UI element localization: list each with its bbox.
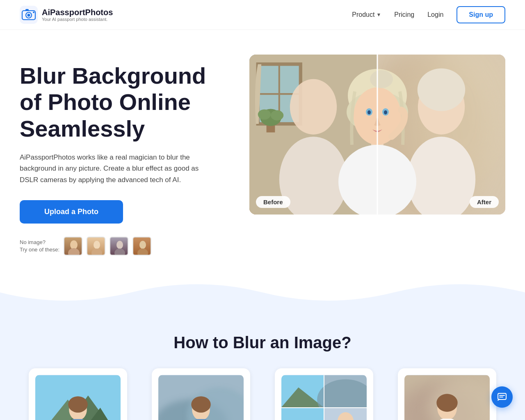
svg-point-45 — [370, 70, 393, 88]
wave-svg — [0, 276, 525, 309]
upload-button[interactable]: Upload a Photo — [20, 200, 123, 224]
chat-icon — [497, 392, 507, 402]
step-img-svg-3 — [281, 375, 367, 420]
after-label: After — [470, 196, 499, 208]
svg-point-74 — [436, 394, 458, 412]
svg-point-43 — [368, 110, 371, 114]
signup-button[interactable]: Sign up — [457, 6, 505, 23]
sample-images-row: No image? Try one of these: — [20, 237, 233, 256]
thumb-img-4 — [133, 237, 151, 256]
brand-name: AiPassportPhotos — [42, 8, 113, 17]
svg-point-5 — [33, 11, 34, 13]
svg-point-3 — [27, 14, 30, 17]
step-image-3 — [281, 375, 367, 420]
nav-product[interactable]: Product ▼ — [352, 11, 381, 18]
svg-point-13 — [116, 241, 123, 249]
svg-point-52 — [68, 396, 88, 413]
logo-icon — [20, 6, 38, 24]
svg-point-58 — [191, 396, 211, 413]
hero-image-area: Before After — [249, 55, 505, 219]
step-img-svg-1 — [35, 375, 121, 420]
step-arrow-1: › — [137, 368, 142, 420]
step-card-4 — [398, 368, 496, 420]
hero-left: Blur Background of Photo Online Seamless… — [20, 55, 233, 256]
sample-thumb-2[interactable] — [87, 237, 105, 256]
step-image-1 — [35, 375, 121, 420]
step-img-svg-4 — [404, 375, 490, 420]
chat-widget[interactable] — [491, 386, 513, 408]
no-image-label: No image? Try one of these: — [20, 239, 59, 253]
hero-description: AiPassportPhotos works like a real magic… — [20, 152, 217, 185]
svg-point-16 — [139, 241, 146, 249]
brand-tagline: Your AI passport photo assistant. — [42, 17, 113, 22]
split-divider — [377, 55, 378, 215]
hero-heading: Blur Background of Photo Online Seamless… — [20, 63, 233, 142]
sample-thumb-4[interactable] — [132, 237, 151, 256]
thumb-img-3 — [110, 237, 128, 256]
before-label: Before — [256, 196, 290, 208]
step-image-4 — [404, 375, 490, 420]
step-card-3 — [275, 368, 373, 420]
navbar: AiPassportPhotos Your AI passport photo … — [0, 0, 525, 30]
svg-rect-4 — [25, 9, 29, 11]
svg-rect-76 — [498, 393, 506, 399]
hero-before-after: Before After — [249, 55, 505, 215]
steps-row: › › — [20, 368, 505, 420]
chevron-down-icon: ▼ — [376, 12, 381, 18]
arrow-right-icon-1: › — [137, 414, 142, 420]
svg-point-7 — [70, 240, 78, 249]
step-image-2 — [158, 375, 244, 420]
svg-point-44 — [384, 110, 387, 114]
nav-pricing[interactable]: Pricing — [394, 11, 414, 18]
arrow-right-icon-2: › — [260, 414, 265, 420]
nav-links: Product ▼ Pricing Login Sign up — [352, 6, 505, 23]
svg-point-10 — [94, 241, 100, 249]
step-arrow-3: › — [383, 368, 388, 420]
svg-rect-63 — [281, 408, 324, 420]
step-card-1 — [29, 368, 127, 420]
step-arrow-2: › — [260, 368, 265, 420]
sample-thumb-3[interactable] — [110, 237, 128, 256]
step-card-2 — [152, 368, 250, 420]
thumb-img-1 — [64, 237, 82, 256]
hero-section: Blur Background of Photo Online Seamless… — [0, 30, 525, 272]
how-to-heading: How to Blur an Image? — [20, 333, 505, 352]
sample-thumb-1[interactable] — [64, 237, 82, 256]
logo-area[interactable]: AiPassportPhotos Your AI passport photo … — [20, 6, 113, 24]
step-img-svg-2 — [158, 375, 244, 420]
nav-login[interactable]: Login — [427, 11, 443, 18]
how-to-section: How to Blur an Image? — [0, 309, 525, 420]
wave-divider — [0, 276, 525, 309]
arrow-right-icon-3: › — [383, 414, 388, 420]
thumb-img-2 — [87, 237, 105, 256]
